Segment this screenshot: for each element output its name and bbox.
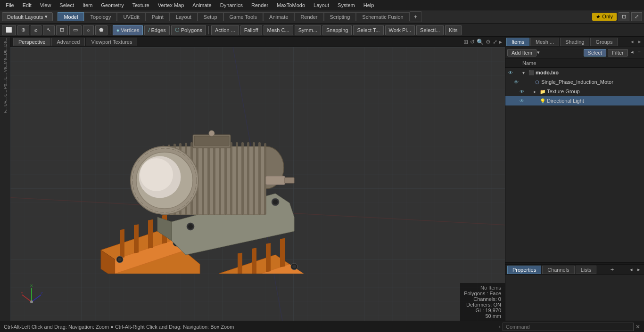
expand-texgroup[interactable]: ▸ — [534, 89, 538, 94]
add-tab-button[interactable]: + — [410, 11, 422, 22]
expand-root[interactable]: ▾ — [522, 70, 527, 75]
tab-scripting[interactable]: Scripting — [324, 12, 356, 21]
tab-uvedit[interactable]: UVEdit — [117, 12, 145, 21]
add-item-button[interactable]: Add Item — [507, 49, 537, 57]
panel-tab-mesh[interactable]: Mesh ... — [530, 38, 559, 46]
action-button[interactable]: Action ... — [211, 25, 239, 35]
selection-button[interactable]: Selecti... — [416, 25, 444, 35]
symmetry-button[interactable]: Symm... — [295, 25, 321, 35]
panel-expand-right[interactable]: ▸ — [636, 39, 643, 45]
tab-setup[interactable]: Setup — [198, 12, 223, 21]
menu-maxtomodo[interactable]: MaxToModo — [273, 1, 309, 9]
edges-button[interactable]: / Edges — [144, 25, 169, 35]
viewport-icon-expand[interactable]: ⤢ — [493, 39, 497, 45]
sidebar-item-me[interactable]: Me... — [1, 56, 9, 63]
viewport-tab-textures[interactable]: Viewport Textures — [86, 38, 137, 46]
menu-texture[interactable]: Texture — [129, 1, 153, 9]
visibility-motor[interactable]: 👁 — [513, 79, 520, 85]
tool-select[interactable]: ↖ — [43, 25, 55, 35]
menu-item[interactable]: Item — [79, 1, 96, 9]
menu-render[interactable]: Render — [248, 1, 272, 9]
menu-dynamics[interactable]: Dynamics — [216, 1, 247, 9]
menu-system[interactable]: System — [334, 1, 359, 9]
tab-render[interactable]: Render — [294, 12, 323, 21]
menu-file[interactable]: File — [2, 1, 18, 9]
panel-tab-shading[interactable]: Shading — [560, 38, 589, 46]
select-button[interactable]: Select — [584, 49, 607, 57]
command-clear-icon[interactable]: ✕ — [636, 324, 640, 330]
tab-model[interactable]: Model — [58, 12, 84, 21]
filter-button[interactable]: Filter — [608, 49, 627, 57]
viewport-icon-fit[interactable]: ⊞ — [463, 39, 468, 45]
star-button[interactable]: ★ Only — [592, 13, 617, 21]
menu-select[interactable]: Select — [56, 1, 78, 9]
sidebar-item-du[interactable]: Du... — [1, 47, 9, 55]
select-tool-button[interactable]: Select T... — [353, 25, 383, 35]
tool-circle[interactable]: ○ — [83, 25, 94, 35]
viewport-icon-zoom[interactable]: 🔍 — [477, 39, 484, 45]
menu-animate[interactable]: Animate — [189, 1, 215, 9]
command-input[interactable] — [503, 323, 634, 331]
polygons-button[interactable]: ⬡ Polygons — [171, 25, 206, 35]
item-dirlight[interactable]: 👁 ▾ 💡 Directional Light — [505, 96, 644, 105]
tab-animate[interactable]: Animate — [263, 12, 294, 21]
viewport-icon-rotate[interactable]: ↺ — [470, 39, 475, 45]
maximize-button[interactable]: ⊡ — [619, 12, 629, 21]
visibility-texgroup[interactable]: 👁 — [519, 88, 525, 95]
fullscreen-button[interactable]: ⤢ — [631, 12, 642, 21]
viewport-tab-advanced[interactable]: Advanced — [51, 38, 85, 46]
items-list[interactable]: 👁 ▾ ⬛ modo.lxo 👁 ▾ ⬡ Single_Phase_Induct… — [505, 68, 644, 262]
kits-button[interactable]: Kits — [445, 25, 461, 35]
items-collapse[interactable]: ◂ — [629, 49, 635, 57]
work-plane-button[interactable]: Work Pl... — [385, 25, 415, 35]
falloff-button[interactable]: Falloff — [240, 25, 262, 35]
tool-globe[interactable]: ⊕ — [17, 25, 29, 35]
visibility-root[interactable]: 👁 — [507, 69, 514, 76]
tool-shield[interactable]: ⬟ — [95, 25, 107, 35]
viewport-canvas[interactable]: No Items Polygons : Face Channels: 0 Def… — [10, 47, 505, 321]
sidebar-item-f[interactable]: F... — [1, 106, 9, 114]
menu-vertex-map[interactable]: Vertex Map — [154, 1, 188, 9]
menu-layout[interactable]: Layout — [310, 1, 333, 9]
tab-paint[interactable]: Paint — [146, 12, 170, 21]
viewport-tab-perspective[interactable]: Perspective — [13, 38, 50, 46]
sidebar-item-e[interactable]: E... — [1, 73, 9, 80]
tool-box[interactable]: ▭ — [69, 25, 82, 35]
snapping-button[interactable]: Snapping — [322, 25, 352, 35]
sidebar-item-ve[interactable]: Ve... — [1, 64, 9, 72]
panel-tab-items[interactable]: Items — [506, 38, 529, 46]
viewport[interactable]: Perspective Advanced Viewport Textures ⊞… — [10, 37, 505, 321]
viewport-icon-settings[interactable]: ⚙ — [486, 39, 491, 45]
prop-tab-channels[interactable]: Channels — [542, 266, 574, 274]
tab-gametools[interactable]: Game Tools — [223, 12, 264, 21]
item-root[interactable]: 👁 ▾ ⬛ modo.lxo — [505, 68, 644, 77]
menu-edit[interactable]: Edit — [19, 1, 35, 9]
panel-expand-left[interactable]: ◂ — [629, 39, 636, 45]
sidebar-item-de[interactable]: De... — [1, 39, 9, 46]
prop-expand-left[interactable]: ◂ — [628, 267, 635, 273]
mesh-button[interactable]: Mesh C... — [264, 25, 293, 35]
visibility-dirlight[interactable]: 👁 — [519, 97, 525, 104]
tab-schematic-fusion[interactable]: Schematic Fusion — [356, 12, 409, 21]
expand-dirlight[interactable]: ▾ — [534, 98, 538, 104]
tab-topology[interactable]: Topology — [84, 12, 117, 21]
sidebar-item-uv[interactable]: UV... — [1, 98, 9, 105]
sidebar-item-po[interactable]: Po... — [1, 81, 9, 89]
add-item-dropdown[interactable]: ▾ — [537, 49, 540, 56]
menu-geometry[interactable]: Geometry — [97, 1, 127, 9]
tool-mode-1[interactable]: ⬜ — [2, 25, 16, 35]
vertices-button[interactable]: ● Vertices — [113, 25, 143, 35]
sidebar-item-c[interactable]: C... — [1, 89, 9, 97]
items-options[interactable]: ≡ — [636, 49, 642, 57]
menu-help[interactable]: Help — [360, 1, 378, 9]
viewport-icon-more[interactable]: ▸ — [499, 39, 502, 45]
tab-layout[interactable]: Layout — [170, 12, 198, 21]
prop-add-button[interactable]: + — [611, 266, 614, 273]
prop-tab-lists[interactable]: Lists — [576, 266, 597, 274]
default-layouts-button[interactable]: Default Layouts ▾ — [2, 12, 53, 21]
item-texgroup[interactable]: 👁 ▸ 📁 Texture Group — [505, 87, 644, 96]
prop-expand-right[interactable]: ▸ — [636, 267, 642, 273]
item-motor[interactable]: 👁 ▾ ⬡ Single_Phase_Induction_Motor — [505, 77, 644, 87]
tool-lasso[interactable]: ⌀ — [31, 25, 41, 35]
menu-view[interactable]: View — [36, 1, 55, 9]
